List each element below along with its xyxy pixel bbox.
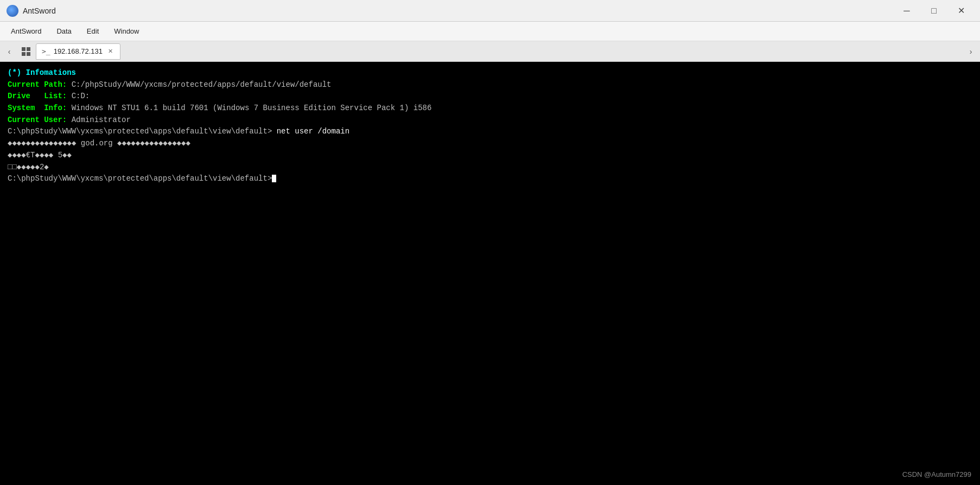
tab-label: 192.168.72.131 [54, 47, 103, 55]
prompt-line-2: C:\phpStudy\WWW\yxcms\protected\apps\def… [8, 173, 972, 185]
title-bar: AntSword ─ □ ✕ [0, 0, 980, 22]
current-path-line: Current Path: C:/phpStudy/WWW/yxcms/prot… [8, 79, 972, 91]
nav-right-button[interactable]: › [964, 44, 978, 59]
app-title: AntSword [23, 7, 56, 15]
tab-bar: ‹ >_ 192.168.72.131 ✕ › [0, 41, 980, 62]
menu-bar: AntSword Data Edit Window [0, 22, 980, 41]
menu-window[interactable]: Window [107, 25, 145, 37]
tab-icon: >_ [42, 47, 50, 55]
menu-antsword[interactable]: AntSword [4, 25, 48, 37]
window-controls: ─ □ ✕ [894, 2, 973, 20]
svg-rect-2 [22, 52, 26, 56]
current-user-line: Current User: Administrator [8, 114, 972, 126]
minimize-button[interactable]: ─ [894, 2, 919, 20]
menu-data[interactable]: Data [50, 25, 78, 37]
command-line-1: C:\phpStudy\WWW\yxcms\protected\apps\def… [8, 126, 972, 138]
output-line-3: ◆◆◆◆€T◆◆◆◆ 5◆◆ [8, 150, 972, 162]
tabs-container: >_ 192.168.72.131 ✕ [16, 43, 964, 60]
cursor [272, 175, 276, 182]
tab-grid-button[interactable] [18, 44, 34, 59]
svg-rect-1 [27, 47, 30, 51]
watermark: CSDN @Autumn7299 [902, 470, 971, 478]
nav-left-button[interactable]: ‹ [2, 44, 16, 59]
info-header: (*) Infomations [8, 67, 972, 79]
menu-edit[interactable]: Edit [80, 25, 105, 37]
output-line-1: ◆◆◆◆◆◆◆◆◆◆◆◆◆◆◆ god.org ◆◆◆◆◆◆◆◆◆◆◆◆◆◆◆◆ [8, 138, 972, 150]
output-line-5: □□◆◆◆◆◆2◆ [8, 162, 972, 174]
title-left: AntSword [7, 5, 56, 17]
close-button[interactable]: ✕ [949, 2, 973, 20]
tab-close-button[interactable]: ✕ [106, 47, 114, 56]
app-logo [7, 5, 18, 17]
drive-list-line: Drive List: C:D: [8, 91, 972, 103]
terminal-tab[interactable]: >_ 192.168.72.131 ✕ [36, 43, 120, 60]
svg-rect-0 [22, 47, 26, 51]
system-info-line: System Info: Windows NT STU1 6.1 build 7… [8, 103, 972, 114]
maximize-button[interactable]: □ [921, 2, 946, 20]
terminal[interactable]: (*) Infomations Current Path: C:/phpStud… [0, 62, 980, 485]
svg-rect-3 [27, 52, 30, 56]
